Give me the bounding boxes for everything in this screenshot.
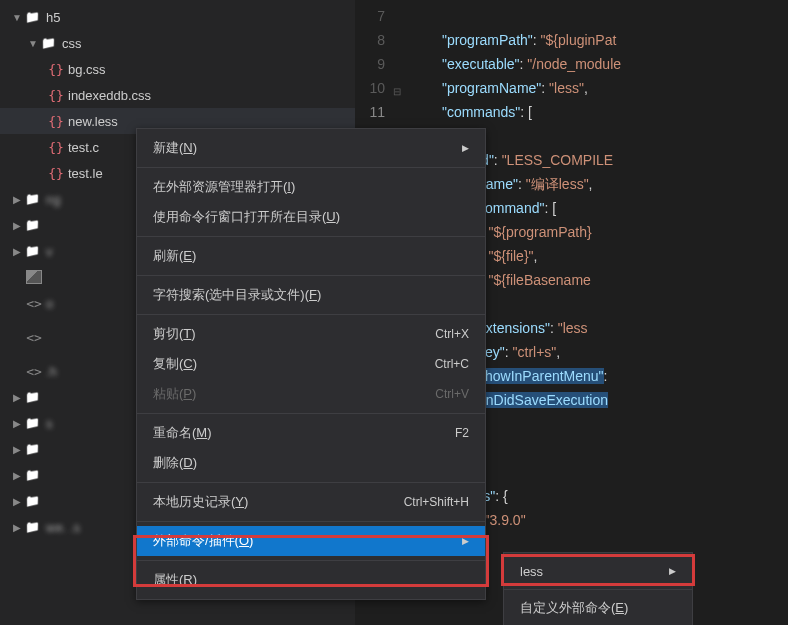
submenu-custom[interactable]: 自定义外部命令(E) bbox=[504, 594, 692, 622]
folder-icon bbox=[24, 416, 40, 430]
tag-icon: <> bbox=[26, 296, 42, 311]
folder-icon bbox=[24, 442, 40, 456]
braces-icon: {} bbox=[48, 62, 64, 77]
folder-icon bbox=[24, 494, 40, 508]
menu-separator bbox=[137, 482, 485, 483]
tree-folder-css[interactable]: css bbox=[0, 30, 355, 56]
menu-new[interactable]: 新建(N) bbox=[137, 133, 485, 163]
folder-icon bbox=[40, 36, 56, 50]
menu-separator bbox=[137, 560, 485, 561]
menu-paste[interactable]: 粘贴(P)Ctrl+V bbox=[137, 379, 485, 409]
folder-icon bbox=[24, 192, 40, 206]
folder-label: h5 bbox=[46, 10, 60, 25]
menu-separator bbox=[137, 236, 485, 237]
chevron-right-icon bbox=[10, 442, 24, 456]
menu-separator bbox=[137, 167, 485, 168]
braces-icon: {} bbox=[48, 166, 64, 181]
folder-icon bbox=[24, 244, 40, 258]
menu-separator bbox=[137, 275, 485, 276]
context-menu: 新建(N) 在外部资源管理器打开(I) 使用命令行窗口打开所在目录(U) 刷新(… bbox=[136, 128, 486, 600]
gutter: 789 1011 bbox=[355, 0, 403, 124]
menu-search[interactable]: 字符搜索(选中目录或文件)(F) bbox=[137, 280, 485, 310]
chevron-right-icon bbox=[10, 416, 24, 430]
chevron-down-icon bbox=[10, 10, 24, 24]
menu-cut[interactable]: 剪切(T)Ctrl+X bbox=[137, 319, 485, 349]
chevron-down-icon bbox=[26, 36, 40, 50]
tree-file[interactable]: {}bg.css bbox=[0, 56, 355, 82]
menu-separator bbox=[137, 521, 485, 522]
menu-copy[interactable]: 复制(C)Ctrl+C bbox=[137, 349, 485, 379]
folder-icon bbox=[24, 520, 40, 534]
menu-rename[interactable]: 重命名(M)F2 bbox=[137, 418, 485, 448]
menu-separator bbox=[137, 413, 485, 414]
menu-open-external[interactable]: 在外部资源管理器打开(I) bbox=[137, 172, 485, 202]
menu-separator bbox=[504, 589, 692, 590]
tag-icon: <> bbox=[26, 330, 42, 345]
menu-open-cmd[interactable]: 使用命令行窗口打开所在目录(U) bbox=[137, 202, 485, 232]
chevron-right-icon bbox=[10, 390, 24, 404]
tree-file[interactable]: {}indexeddb.css bbox=[0, 82, 355, 108]
folder-label: css bbox=[62, 36, 82, 51]
image-icon bbox=[26, 270, 42, 284]
menu-separator bbox=[137, 314, 485, 315]
chevron-right-icon bbox=[10, 468, 24, 482]
menu-refresh[interactable]: 刷新(E) bbox=[137, 241, 485, 271]
chevron-right-icon bbox=[10, 244, 24, 258]
braces-icon: {} bbox=[48, 88, 64, 103]
menu-history[interactable]: 本地历史记录(Y)Ctrl+Shift+H bbox=[137, 487, 485, 517]
menu-properties[interactable]: 属性(R) bbox=[137, 565, 485, 595]
tree-folder-root[interactable]: h5 bbox=[0, 4, 355, 30]
menu-delete[interactable]: 删除(D) bbox=[137, 448, 485, 478]
braces-icon: {} bbox=[48, 140, 64, 155]
chevron-right-icon bbox=[10, 192, 24, 206]
context-submenu: less 自定义外部命令(E) bbox=[503, 552, 693, 625]
folder-icon bbox=[24, 218, 40, 232]
folder-icon bbox=[24, 468, 40, 482]
menu-external-commands[interactable]: 外部命令/插件(O) bbox=[137, 526, 485, 556]
chevron-right-icon bbox=[10, 494, 24, 508]
chevron-right-icon bbox=[10, 218, 24, 232]
tag-icon: <> bbox=[26, 364, 42, 379]
submenu-less[interactable]: less bbox=[504, 557, 692, 585]
folder-icon bbox=[24, 390, 40, 404]
folder-icon bbox=[24, 10, 40, 24]
chevron-right-icon bbox=[10, 520, 24, 534]
braces-icon: {} bbox=[48, 114, 64, 129]
